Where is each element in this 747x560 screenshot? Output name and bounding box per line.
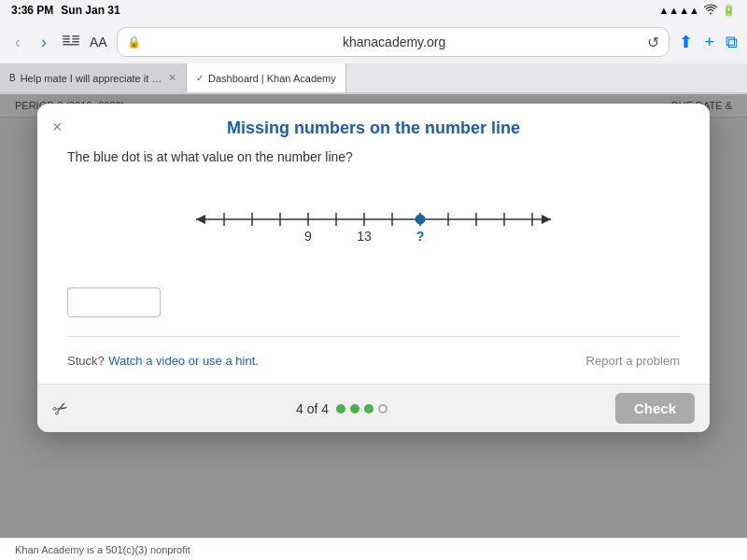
svg-rect-2 (63, 41, 70, 43)
svg-rect-3 (72, 35, 79, 37)
hint-link[interactable]: Watch a video or use a hint. (108, 354, 259, 368)
back-button[interactable]: ‹ (9, 31, 26, 54)
svg-rect-5 (72, 41, 79, 43)
stuck-label: Stuck? (67, 354, 105, 368)
stuck-section: Stuck? Watch a video or use a hint. (67, 352, 259, 369)
page-background: PERIOD 2 (2019 -2020) DUE DATE & × Missi… (0, 94, 747, 560)
reload-button[interactable]: ↺ (647, 34, 659, 51)
status-time: 3:36 PM (11, 4, 53, 17)
url-text: khanacademy.org (146, 35, 643, 49)
modal-footer: ✂ 4 of 4 Check (37, 384, 710, 432)
modal-header: × Missing numbers on the number line (37, 104, 710, 149)
progress-text: 4 of 4 (296, 401, 329, 416)
scissors-icon: ✂ (48, 395, 73, 422)
answer-input[interactable] (67, 287, 161, 317)
check-button[interactable]: Check (615, 393, 695, 424)
report-problem-link[interactable]: Report a problem (586, 354, 680, 368)
modal-overlay: × Missing numbers on the number line The… (0, 94, 747, 560)
tab-khan[interactable]: ✓ Dashboard | Khan Academy (187, 63, 346, 92)
add-bookmark-button[interactable]: + (704, 32, 714, 52)
tabs-button[interactable]: ⧉ (726, 32, 738, 52)
status-date: Sun Jan 31 (61, 4, 120, 17)
brainly-favicon: B (9, 73, 16, 83)
modal: × Missing numbers on the number line The… (37, 104, 710, 432)
svg-text:9: 9 (304, 229, 312, 244)
svg-text:13: 13 (357, 229, 372, 244)
hint-row: Stuck? Watch a video or use a hint. Repo… (67, 352, 680, 369)
address-bar[interactable]: 🔒 khanacademy.org ↺ (117, 27, 670, 57)
tab-brainly-label: Help mate I will appreciate it – Brainly… (21, 73, 163, 84)
number-line-container: 9 13 ? (67, 187, 680, 261)
khan-favicon: ✓ (196, 73, 204, 83)
svg-text:?: ? (416, 229, 425, 244)
svg-rect-1 (63, 38, 70, 40)
status-bar: 3:36 PM Sun Jan 31 ▲▲▲▲ 🔋 (0, 0, 747, 21)
svg-rect-6 (63, 44, 79, 46)
progress-dots (336, 404, 388, 413)
nonprofit-text: Khan Academy is a 501(c)(3) nonprofit (15, 544, 190, 555)
lock-icon: 🔒 (127, 35, 141, 49)
dot-2 (350, 404, 359, 413)
status-bar-left: 3:36 PM Sun Jan 31 (11, 4, 120, 17)
signal-icon: ▲▲▲▲ (658, 5, 699, 16)
tab-khan-label: Dashboard | Khan Academy (208, 73, 336, 84)
dot-3 (364, 404, 374, 413)
wifi-icon (704, 4, 717, 17)
svg-marker-9 (542, 215, 551, 224)
status-bar-right: ▲▲▲▲ 🔋 (658, 4, 736, 17)
browser-chrome: ‹ › AA 🔒 khanacademy.org ↺ ⬆ + ⧉ (0, 21, 747, 94)
dot-1 (336, 404, 345, 413)
svg-marker-8 (196, 215, 205, 224)
text-size-button[interactable]: AA (90, 35, 107, 49)
modal-title: Missing numbers on the number line (227, 119, 520, 138)
tab-brainly[interactable]: B Help mate I will appreciate it – Brain… (0, 63, 187, 92)
svg-rect-0 (63, 35, 70, 37)
number-line-svg: 9 13 ? (177, 196, 570, 252)
modal-close-button[interactable]: × (52, 119, 63, 135)
browser-toolbar: ‹ › AA 🔒 khanacademy.org ↺ ⬆ + ⧉ (0, 21, 747, 63)
tab-close-brainly[interactable]: ✕ (168, 72, 176, 84)
battery-icon: 🔋 (722, 4, 736, 17)
reading-mode-button[interactable] (62, 34, 80, 51)
tabs-bar: B Help mate I will appreciate it – Brain… (0, 63, 747, 93)
question-text: The blue dot is at what value on the num… (67, 149, 680, 164)
modal-body: The blue dot is at what value on the num… (37, 149, 710, 384)
forward-button[interactable]: › (35, 31, 52, 54)
footer-left: ✂ (52, 398, 68, 420)
svg-point-24 (416, 215, 425, 224)
footer-center: 4 of 4 (296, 401, 388, 416)
share-button[interactable]: ⬆ (679, 32, 693, 52)
dot-4 (378, 404, 388, 413)
divider (67, 336, 680, 337)
svg-rect-4 (72, 38, 79, 40)
browser-actions: ⬆ + ⧉ (679, 32, 738, 52)
bottom-bar: Khan Academy is a 501(c)(3) nonprofit (0, 538, 747, 560)
